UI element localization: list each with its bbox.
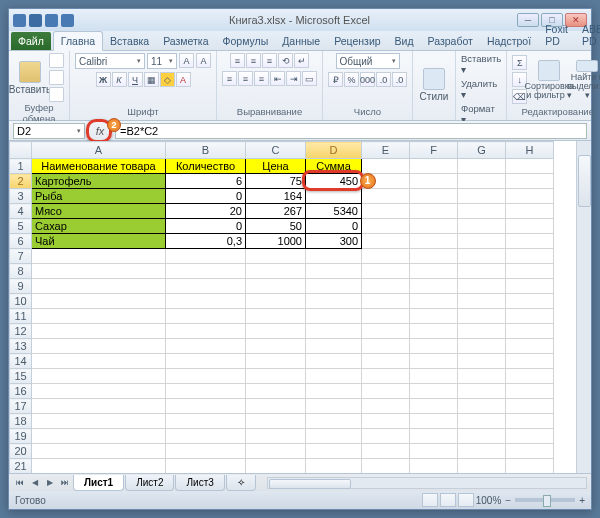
row-header-15[interactable]: 15 bbox=[10, 369, 32, 384]
sheet-scroll[interactable]: ABCDEFGH1Наименование товараКоличествоЦе… bbox=[9, 141, 576, 473]
orientation-icon[interactable]: ⟲ bbox=[278, 53, 293, 68]
cell-H4[interactable] bbox=[506, 204, 554, 219]
cell-B5[interactable]: 0 bbox=[166, 219, 246, 234]
cell-D16[interactable] bbox=[306, 384, 362, 399]
row-header-10[interactable]: 10 bbox=[10, 294, 32, 309]
cell-E11[interactable] bbox=[362, 309, 410, 324]
cell-B10[interactable] bbox=[166, 294, 246, 309]
cell-G16[interactable] bbox=[458, 384, 506, 399]
row-header-12[interactable]: 12 bbox=[10, 324, 32, 339]
cell-H12[interactable] bbox=[506, 324, 554, 339]
row-header-21[interactable]: 21 bbox=[10, 459, 32, 474]
align-right-icon[interactable]: ≡ bbox=[254, 71, 269, 86]
cell-C1[interactable]: Цена bbox=[246, 159, 306, 174]
cell-C21[interactable] bbox=[246, 459, 306, 474]
cell-C9[interactable] bbox=[246, 279, 306, 294]
copy-icon[interactable] bbox=[49, 70, 64, 85]
cell-F5[interactable] bbox=[410, 219, 458, 234]
cell-C15[interactable] bbox=[246, 369, 306, 384]
cell-C14[interactable] bbox=[246, 354, 306, 369]
select-all-corner[interactable] bbox=[10, 142, 32, 159]
cell-C18[interactable] bbox=[246, 414, 306, 429]
cell-A7[interactable] bbox=[32, 249, 166, 264]
cell-A3[interactable]: Рыба bbox=[32, 189, 166, 204]
row-header-1[interactable]: 1 bbox=[10, 159, 32, 174]
sheet-tab-1[interactable]: Лист1 bbox=[73, 475, 124, 491]
row-header-7[interactable]: 7 bbox=[10, 249, 32, 264]
tab-view[interactable]: Вид bbox=[388, 32, 421, 50]
cell-G14[interactable] bbox=[458, 354, 506, 369]
cell-D12[interactable] bbox=[306, 324, 362, 339]
tab-nav-last[interactable]: ⏭ bbox=[58, 476, 72, 490]
tab-review[interactable]: Рецензир bbox=[327, 32, 387, 50]
cell-B12[interactable] bbox=[166, 324, 246, 339]
cell-E19[interactable] bbox=[362, 429, 410, 444]
cell-F9[interactable] bbox=[410, 279, 458, 294]
col-header-D[interactable]: D bbox=[306, 142, 362, 159]
cell-E7[interactable] bbox=[362, 249, 410, 264]
cell-H11[interactable] bbox=[506, 309, 554, 324]
increase-font-icon[interactable]: A bbox=[179, 53, 194, 68]
styles-button[interactable]: Стили bbox=[418, 65, 450, 105]
cell-D6[interactable]: 300 bbox=[306, 234, 362, 249]
cell-B3[interactable]: 0 bbox=[166, 189, 246, 204]
cell-B14[interactable] bbox=[166, 354, 246, 369]
row-header-5[interactable]: 5 bbox=[10, 219, 32, 234]
save-icon[interactable] bbox=[29, 14, 42, 27]
cell-F18[interactable] bbox=[410, 414, 458, 429]
increase-indent-icon[interactable]: ⇥ bbox=[286, 71, 301, 86]
horizontal-scrollbar[interactable] bbox=[267, 477, 587, 489]
redo-icon[interactable] bbox=[61, 14, 74, 27]
align-top-icon[interactable]: ≡ bbox=[230, 53, 245, 68]
col-header-A[interactable]: A bbox=[32, 142, 166, 159]
cell-G7[interactable] bbox=[458, 249, 506, 264]
cell-H6[interactable] bbox=[506, 234, 554, 249]
cell-H21[interactable] bbox=[506, 459, 554, 474]
cell-G5[interactable] bbox=[458, 219, 506, 234]
row-header-3[interactable]: 3 bbox=[10, 189, 32, 204]
cell-C5[interactable]: 50 bbox=[246, 219, 306, 234]
sheet-tab-3[interactable]: Лист3 bbox=[175, 475, 224, 491]
underline-button[interactable]: Ч bbox=[128, 72, 143, 87]
cell-C8[interactable] bbox=[246, 264, 306, 279]
cell-B9[interactable] bbox=[166, 279, 246, 294]
cell-E12[interactable] bbox=[362, 324, 410, 339]
grid[interactable]: ABCDEFGH1Наименование товараКоличествоЦе… bbox=[9, 141, 554, 473]
cell-G2[interactable] bbox=[458, 174, 506, 189]
cell-A19[interactable] bbox=[32, 429, 166, 444]
cell-D11[interactable] bbox=[306, 309, 362, 324]
cell-G4[interactable] bbox=[458, 204, 506, 219]
cell-F8[interactable] bbox=[410, 264, 458, 279]
cell-B16[interactable] bbox=[166, 384, 246, 399]
decrease-decimal-icon[interactable]: .0 bbox=[392, 72, 407, 87]
cell-G18[interactable] bbox=[458, 414, 506, 429]
align-left-icon[interactable]: ≡ bbox=[222, 71, 237, 86]
sort-filter-button[interactable]: Сортировка и фильтр ▾ bbox=[533, 60, 565, 100]
zoom-in-button[interactable]: + bbox=[579, 495, 585, 506]
row-header-4[interactable]: 4 bbox=[10, 204, 32, 219]
cell-F16[interactable] bbox=[410, 384, 458, 399]
number-format-combo[interactable]: Общий▾ bbox=[336, 53, 400, 69]
row-header-8[interactable]: 8 bbox=[10, 264, 32, 279]
tab-home[interactable]: Главна bbox=[53, 31, 103, 51]
cell-B17[interactable] bbox=[166, 399, 246, 414]
cell-G12[interactable] bbox=[458, 324, 506, 339]
cell-C11[interactable] bbox=[246, 309, 306, 324]
row-header-14[interactable]: 14 bbox=[10, 354, 32, 369]
cell-C13[interactable] bbox=[246, 339, 306, 354]
cell-A13[interactable] bbox=[32, 339, 166, 354]
cell-D21[interactable] bbox=[306, 459, 362, 474]
font-name-combo[interactable]: Calibri▾ bbox=[75, 53, 145, 69]
merge-button[interactable]: ▭ bbox=[302, 71, 317, 86]
cell-F12[interactable] bbox=[410, 324, 458, 339]
cell-A5[interactable]: Сахар bbox=[32, 219, 166, 234]
border-button[interactable]: ▦ bbox=[144, 72, 159, 87]
cut-icon[interactable] bbox=[49, 53, 64, 68]
cell-G11[interactable] bbox=[458, 309, 506, 324]
cell-F19[interactable] bbox=[410, 429, 458, 444]
format-painter-icon[interactable] bbox=[49, 87, 64, 102]
align-middle-icon[interactable]: ≡ bbox=[246, 53, 261, 68]
cell-H15[interactable] bbox=[506, 369, 554, 384]
cell-A16[interactable] bbox=[32, 384, 166, 399]
cell-H18[interactable] bbox=[506, 414, 554, 429]
